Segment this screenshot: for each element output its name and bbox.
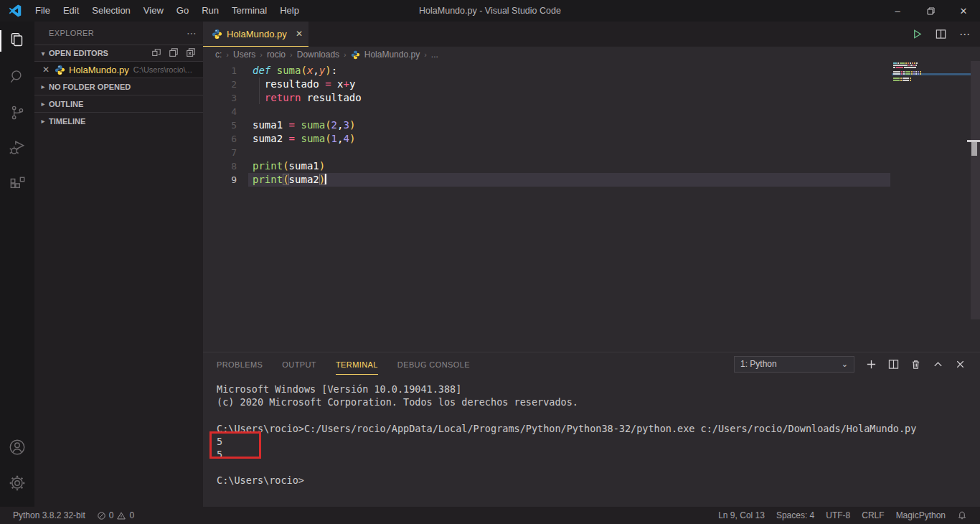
timeline-label: TIMELINE (49, 117, 85, 126)
terminal-content[interactable]: Microsoft Windows [Versión 10.0.19041.38… (217, 383, 916, 487)
extensions-icon[interactable] (0, 167, 34, 202)
terminal-line: C:\Users\rocio>C:/Users/rocio/AppData/Lo… (217, 422, 916, 435)
open-editor-filename: HolaMundo.py (69, 65, 129, 75)
code-line-6[interactable]: suma2 = suma(1,4) (253, 132, 890, 146)
code-line-7[interactable] (253, 146, 890, 159)
terminal-line: (c) 2020 Microsoft Corporation. Todos lo… (217, 396, 916, 408)
breadcrumb-file[interactable]: HolaMundo.py (364, 50, 420, 60)
tab-terminal[interactable]: TERMINAL (336, 354, 378, 375)
settings-gear-icon[interactable] (0, 465, 34, 501)
open-editor-item[interactable]: ✕ HolaMundo.py C:\Users\rocio\... (34, 62, 203, 78)
terminal-line: Microsoft Windows [Versión 10.0.19041.38… (217, 383, 916, 396)
menu-item-selection[interactable]: Selection (85, 0, 136, 22)
open-editors-header[interactable]: ▾ OPEN EDITORS (34, 45, 203, 62)
error-count: 0 (109, 510, 114, 520)
line-number: 2 (203, 78, 237, 91)
section-timeline[interactable]: ▸ TIMELINE (34, 112, 203, 129)
close-window-button[interactable]: ✕ (947, 0, 980, 22)
notifications-bell-icon[interactable] (951, 507, 973, 524)
save-all-icon[interactable] (169, 48, 179, 58)
editor-scrollbar[interactable] (971, 61, 980, 319)
split-terminal-icon[interactable] (888, 359, 899, 370)
explorer-sidebar: EXPLORER ⋯ ▾ OPEN EDITORS ✕ HolaMundo.py… (34, 22, 203, 507)
tab-holamundo-py[interactable]: HolaMundo.py ✕ (203, 22, 308, 47)
line-number: 4 (203, 105, 237, 118)
annotation-red-box (209, 431, 261, 459)
code-line-2[interactable]: resultado = x+y (253, 78, 890, 91)
close-panel-icon[interactable] (955, 359, 966, 370)
account-icon[interactable] (0, 429, 34, 465)
minimap[interactable] (893, 62, 962, 82)
terminal-line: 5 (217, 435, 916, 448)
chevron-right-icon: ▸ (37, 100, 49, 108)
menu-item-go[interactable]: Go (170, 0, 195, 22)
python-file-icon (212, 29, 222, 39)
kill-terminal-trash-icon[interactable] (910, 359, 921, 370)
search-icon[interactable] (0, 59, 34, 95)
python-interpreter-status[interactable]: Python 3.8.2 32-bit (7, 507, 91, 524)
close-all-editors-icon[interactable] (186, 48, 196, 58)
code-editor[interactable]: 123456789 def suma(x,y): resultado = x+y… (203, 62, 980, 352)
explorer-icon[interactable] (0, 23, 34, 59)
menu-item-help[interactable]: Help (273, 0, 306, 22)
code-line-9[interactable]: print(suma2) (248, 173, 890, 187)
tab-problems[interactable]: PROBLEMS (217, 354, 263, 375)
code-lines: def suma(x,y): resultado = x+y return re… (253, 64, 890, 187)
status-bar: Python 3.8.2 32-bit 0 0 Ln 9, Col 13 Spa… (0, 507, 980, 524)
editor-tab-bar: HolaMundo.py ✕ ⋯ (203, 22, 980, 47)
sidebar-title: EXPLORER (49, 29, 94, 37)
terminal-shell-select[interactable]: 1: Python ⌄ (734, 356, 854, 373)
breadcrumb: c:› Users› rocio› Downloads› HolaMundo.p… (203, 47, 980, 62)
error-icon (97, 511, 106, 520)
eol-status[interactable]: CRLF (856, 507, 890, 524)
breadcrumb-drive[interactable]: c: (215, 50, 222, 60)
scrollbar-thumb[interactable] (971, 142, 977, 156)
chevron-down-icon: ⌄ (842, 360, 848, 369)
new-terminal-icon[interactable] (866, 359, 877, 370)
code-line-1[interactable]: def suma(x,y): (253, 64, 890, 78)
python-file-icon (55, 65, 65, 75)
encoding-status[interactable]: UTF-8 (820, 507, 856, 524)
restore-button[interactable] (914, 0, 947, 22)
code-line-5[interactable]: suma1 = suma(2,3) (253, 118, 890, 132)
sidebar-more-actions-icon[interactable]: ⋯ (187, 27, 197, 39)
line-number: 7 (203, 146, 237, 159)
split-editor-icon[interactable] (936, 29, 946, 39)
breadcrumb-downloads[interactable]: Downloads (297, 50, 339, 60)
section-outline[interactable]: ▸ OUTLINE (34, 95, 203, 112)
menu-item-file[interactable]: File (29, 0, 57, 22)
outline-label: OUTLINE (49, 100, 83, 108)
tab-output[interactable]: OUTPUT (282, 354, 316, 375)
editor-group: HolaMundo.py ✕ ⋯ c:› Users› rocio› Downl… (203, 22, 980, 352)
run-file-button[interactable] (912, 29, 923, 39)
menu-item-edit[interactable]: Edit (57, 0, 85, 22)
breadcrumb-symbol[interactable]: ... (431, 50, 438, 60)
new-untitled-file-icon[interactable] (151, 48, 161, 58)
tab-close-icon[interactable]: ✕ (296, 29, 303, 39)
breadcrumb-rocio[interactable]: rocio (267, 50, 286, 60)
section-no-folder-opened[interactable]: ▸ NO FOLDER OPENED (34, 78, 203, 95)
cursor-position-status[interactable]: Ln 9, Col 13 (712, 507, 771, 524)
line-number: 3 (203, 91, 237, 105)
menu-item-view[interactable]: View (137, 0, 170, 22)
more-actions-icon[interactable]: ⋯ (959, 31, 970, 38)
tab-debug-console[interactable]: DEBUG CONSOLE (397, 354, 470, 375)
language-mode-status[interactable]: MagicPython (890, 507, 951, 524)
menu-item-run[interactable]: Run (195, 0, 225, 22)
source-control-icon[interactable] (0, 95, 34, 131)
minimize-button[interactable]: – (881, 0, 914, 22)
indentation-status[interactable]: Spaces: 4 (771, 507, 820, 524)
terminal-line (217, 461, 916, 474)
open-editors-label: OPEN EDITORS (49, 49, 108, 57)
breadcrumb-users[interactable]: Users (233, 50, 255, 60)
maximize-panel-icon[interactable] (933, 359, 943, 370)
menu-item-terminal[interactable]: Terminal (225, 0, 273, 22)
activity-bar (0, 22, 34, 507)
problems-status[interactable]: 0 0 (91, 507, 140, 524)
close-editor-icon[interactable]: ✕ (40, 65, 52, 75)
line-number: 5 (203, 118, 237, 132)
code-line-8[interactable]: print(suma1) (253, 159, 890, 173)
run-and-debug-icon[interactable] (0, 131, 34, 167)
code-line-3[interactable]: return resultado (253, 91, 890, 105)
code-line-4[interactable] (253, 105, 890, 118)
